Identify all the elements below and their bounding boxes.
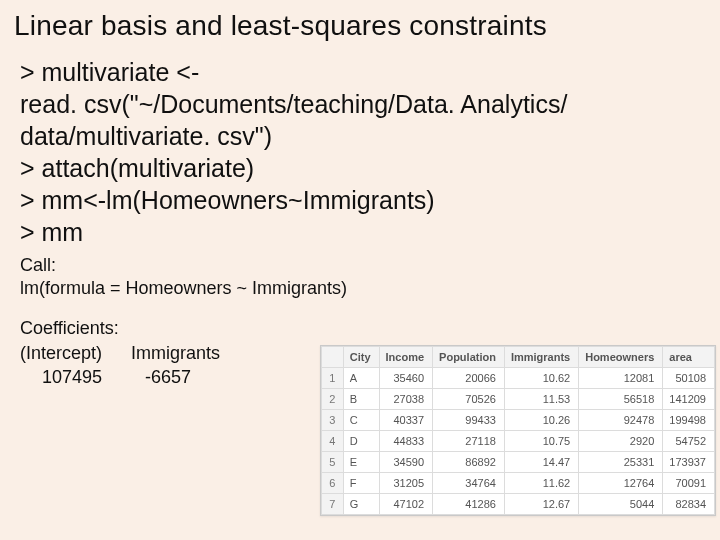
cell-population: 70526 [433, 389, 505, 410]
row-number: 1 [321, 368, 343, 389]
table-row: 4D448332711810.75292054752 [321, 431, 714, 452]
cell-homeowners: 5044 [579, 494, 663, 515]
r-code-block: > multivariate <- read. csv("~/Documents… [0, 48, 720, 248]
coefficients-header: Coefficients: [20, 317, 700, 340]
value-immigrants: -6657 [131, 366, 241, 389]
output-call-formula: lm(formula = Homeowners ~ Immigrants) [20, 277, 700, 300]
cell-area: 70091 [663, 473, 715, 494]
cell-income: 47102 [379, 494, 433, 515]
cell-income: 44833 [379, 431, 433, 452]
cell-city: B [343, 389, 379, 410]
col-city: City [343, 347, 379, 368]
col-population: Population [433, 347, 505, 368]
cell-income: 31205 [379, 473, 433, 494]
cell-immigrants: 14.47 [504, 452, 578, 473]
cell-homeowners: 56518 [579, 389, 663, 410]
col-income: Income [379, 347, 433, 368]
label-immigrants: Immigrants [131, 342, 241, 365]
slide-title: Linear basis and least-squares constrain… [0, 0, 720, 48]
table-row: 2B270387052611.5356518141209 [321, 389, 714, 410]
code-line: read. csv("~/Documents/teaching/Data. An… [20, 88, 700, 120]
cell-immigrants: 10.62 [504, 368, 578, 389]
col-immigrants: Immigrants [504, 347, 578, 368]
row-number: 3 [321, 410, 343, 431]
cell-area: 82834 [663, 494, 715, 515]
cell-area: 199498 [663, 410, 715, 431]
row-number: 5 [321, 452, 343, 473]
cell-income: 40337 [379, 410, 433, 431]
cell-income: 34590 [379, 452, 433, 473]
cell-city: F [343, 473, 379, 494]
col-homeowners: Homeowners [579, 347, 663, 368]
cell-area: 141209 [663, 389, 715, 410]
col-area: area [663, 347, 715, 368]
cell-homeowners: 25331 [579, 452, 663, 473]
cell-immigrants: 11.53 [504, 389, 578, 410]
cell-area: 173937 [663, 452, 715, 473]
cell-homeowners: 92478 [579, 410, 663, 431]
cell-population: 41286 [433, 494, 505, 515]
row-number: 7 [321, 494, 343, 515]
table-row: 6F312053476411.621276470091 [321, 473, 714, 494]
cell-income: 27038 [379, 389, 433, 410]
cell-city: E [343, 452, 379, 473]
rownum-header [321, 347, 343, 368]
table-header-row: City Income Population Immigrants Homeow… [321, 347, 714, 368]
table-row: 7G471024128612.67504482834 [321, 494, 714, 515]
row-number: 4 [321, 431, 343, 452]
code-line: > multivariate <- [20, 56, 700, 88]
cell-population: 99433 [433, 410, 505, 431]
output-call-label: Call: [20, 254, 700, 277]
cell-population: 20066 [433, 368, 505, 389]
cell-area: 54752 [663, 431, 715, 452]
cell-income: 35460 [379, 368, 433, 389]
code-line: > mm<-lm(Homeowners~Immigrants) [20, 184, 700, 216]
table-row: 3C403379943310.2692478199498 [321, 410, 714, 431]
row-number: 6 [321, 473, 343, 494]
cell-city: C [343, 410, 379, 431]
data-spreadsheet: City Income Population Immigrants Homeow… [320, 345, 716, 516]
cell-city: G [343, 494, 379, 515]
cell-homeowners: 12081 [579, 368, 663, 389]
cell-population: 27118 [433, 431, 505, 452]
cell-immigrants: 12.67 [504, 494, 578, 515]
label-intercept: (Intercept) [20, 342, 120, 365]
cell-city: A [343, 368, 379, 389]
row-number: 2 [321, 389, 343, 410]
cell-homeowners: 2920 [579, 431, 663, 452]
cell-homeowners: 12764 [579, 473, 663, 494]
cell-immigrants: 11.62 [504, 473, 578, 494]
table-row: 5E345908689214.4725331173937 [321, 452, 714, 473]
table-row: 1A354602006610.621208150108 [321, 368, 714, 389]
code-line: > attach(multivariate) [20, 152, 700, 184]
cell-immigrants: 10.75 [504, 431, 578, 452]
cell-city: D [343, 431, 379, 452]
cell-immigrants: 10.26 [504, 410, 578, 431]
cell-area: 50108 [663, 368, 715, 389]
cell-population: 86892 [433, 452, 505, 473]
value-intercept: 107495 [20, 366, 120, 389]
code-line: data/multivariate. csv") [20, 120, 700, 152]
code-line: > mm [20, 216, 700, 248]
cell-population: 34764 [433, 473, 505, 494]
